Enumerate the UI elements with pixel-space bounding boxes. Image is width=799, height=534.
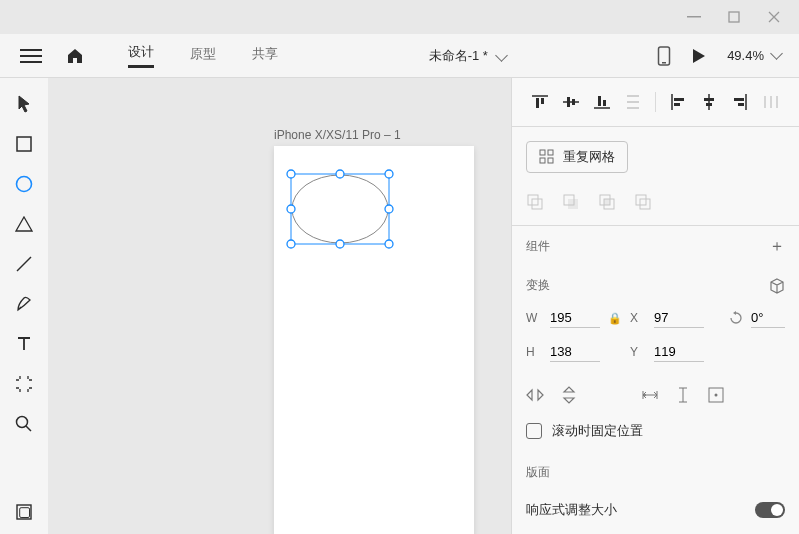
align-right-icon[interactable] (726, 88, 753, 116)
lock-aspect-icon[interactable]: 🔒 (608, 312, 622, 325)
svg-rect-38 (568, 199, 578, 209)
svg-point-45 (715, 394, 718, 397)
component-3d-icon[interactable] (769, 278, 785, 294)
align-bottom-icon[interactable] (589, 88, 616, 116)
zoom-tool[interactable] (14, 414, 34, 434)
canvas[interactable]: iPhone X/XS/11 Pro – 1 (48, 78, 511, 534)
svg-rect-4 (17, 137, 31, 151)
distribute-h-icon[interactable] (758, 88, 785, 116)
svg-rect-22 (572, 99, 575, 105)
svg-rect-0 (687, 16, 701, 18)
section-component: 组件 ＋ (512, 226, 799, 267)
boolean-add-icon[interactable] (526, 193, 544, 211)
align-top-icon[interactable] (526, 88, 553, 116)
section-transform: 变换 (512, 267, 799, 304)
svg-point-17 (336, 240, 344, 248)
svg-rect-27 (704, 98, 714, 101)
boolean-subtract-icon[interactable] (562, 193, 580, 211)
y-input[interactable] (654, 342, 704, 362)
window-minimize-icon[interactable] (687, 10, 701, 24)
select-tool[interactable] (14, 94, 34, 114)
svg-rect-30 (738, 103, 744, 106)
repeat-grid-button[interactable]: 重复网格 (526, 141, 628, 173)
svg-rect-10 (291, 174, 389, 244)
boolean-exclude-icon[interactable] (634, 193, 652, 211)
rectangle-tool[interactable] (14, 134, 34, 154)
svg-rect-43 (640, 199, 650, 209)
svg-rect-26 (674, 103, 680, 106)
svg-rect-19 (536, 98, 539, 108)
tab-share[interactable]: 共享 (252, 45, 278, 67)
properties-panel: 重复网格 组件 ＋ 变换 W 🔒 X H Y (511, 78, 799, 534)
resize-h-icon[interactable] (642, 388, 658, 402)
resize-all-icon[interactable] (708, 387, 724, 403)
x-input[interactable] (654, 308, 704, 328)
flip-h-icon[interactable] (526, 388, 544, 402)
svg-rect-23 (598, 96, 601, 106)
responsive-resize-label: 响应式调整大小 (526, 501, 745, 519)
svg-rect-24 (603, 100, 606, 106)
align-hcenter-icon[interactable] (695, 88, 722, 116)
repeat-grid-label: 重复网格 (563, 148, 615, 166)
svg-rect-21 (567, 97, 570, 107)
svg-rect-25 (674, 98, 684, 101)
pen-tool[interactable] (14, 294, 34, 314)
x-label: X (630, 311, 646, 325)
artboard[interactable] (274, 146, 474, 534)
h-label: H (526, 345, 542, 359)
repeat-grid-row: 重复网格 (512, 127, 799, 183)
responsive-toggle[interactable] (755, 502, 785, 518)
line-tool[interactable] (14, 254, 34, 274)
tool-rail (0, 78, 48, 534)
tab-prototype[interactable]: 原型 (190, 45, 216, 67)
svg-point-12 (336, 170, 344, 178)
svg-point-9 (292, 175, 388, 243)
width-input[interactable] (550, 308, 600, 328)
rotate-icon[interactable] (729, 311, 743, 325)
artboard-label[interactable]: iPhone X/XS/11 Pro – 1 (274, 128, 401, 142)
resize-v-icon[interactable] (676, 387, 690, 403)
window-maximize-icon[interactable] (727, 10, 741, 24)
home-button[interactable] (66, 48, 84, 64)
tab-design[interactable]: 设计 (128, 43, 154, 68)
zoom-value: 49.4% (727, 48, 764, 63)
play-button[interactable] (693, 49, 705, 63)
polygon-tool[interactable] (14, 214, 34, 234)
rotation-input[interactable] (751, 308, 785, 328)
svg-point-5 (17, 177, 32, 192)
distribute-v-icon[interactable] (620, 88, 647, 116)
svg-rect-29 (734, 98, 744, 101)
artboard-tool[interactable] (14, 374, 34, 394)
svg-point-15 (385, 205, 393, 213)
ellipse-tool[interactable] (14, 174, 34, 194)
svg-point-18 (385, 240, 393, 248)
menu-button[interactable] (20, 49, 42, 63)
fix-on-scroll-label: 滚动时固定位置 (552, 422, 643, 440)
svg-rect-8 (20, 508, 30, 518)
svg-rect-42 (636, 195, 646, 205)
flip-v-icon[interactable] (562, 386, 576, 404)
svg-rect-36 (532, 199, 542, 209)
svg-point-11 (287, 170, 295, 178)
chevron-down-icon (770, 47, 783, 60)
svg-rect-32 (548, 150, 553, 155)
zoom-control[interactable]: 49.4% (727, 48, 781, 63)
svg-rect-34 (548, 158, 553, 163)
assets-panel-icon[interactable] (14, 502, 34, 522)
window-close-icon[interactable] (767, 10, 781, 24)
section-layout: 版面 (512, 454, 799, 491)
align-left-icon[interactable] (664, 88, 691, 116)
add-component-button[interactable]: ＋ (769, 236, 785, 257)
boolean-intersect-icon[interactable] (598, 193, 616, 211)
align-row (512, 78, 799, 127)
text-tool[interactable] (14, 334, 34, 354)
svg-rect-20 (541, 98, 544, 104)
window-titlebar (0, 0, 799, 34)
svg-rect-35 (528, 195, 538, 205)
device-preview-icon[interactable] (657, 46, 671, 66)
chevron-down-icon[interactable] (496, 49, 509, 62)
fix-on-scroll-checkbox[interactable] (526, 423, 542, 439)
align-vcenter-icon[interactable] (557, 88, 584, 116)
document-title: 未命名-1 * (278, 47, 657, 65)
height-input[interactable] (550, 342, 600, 362)
